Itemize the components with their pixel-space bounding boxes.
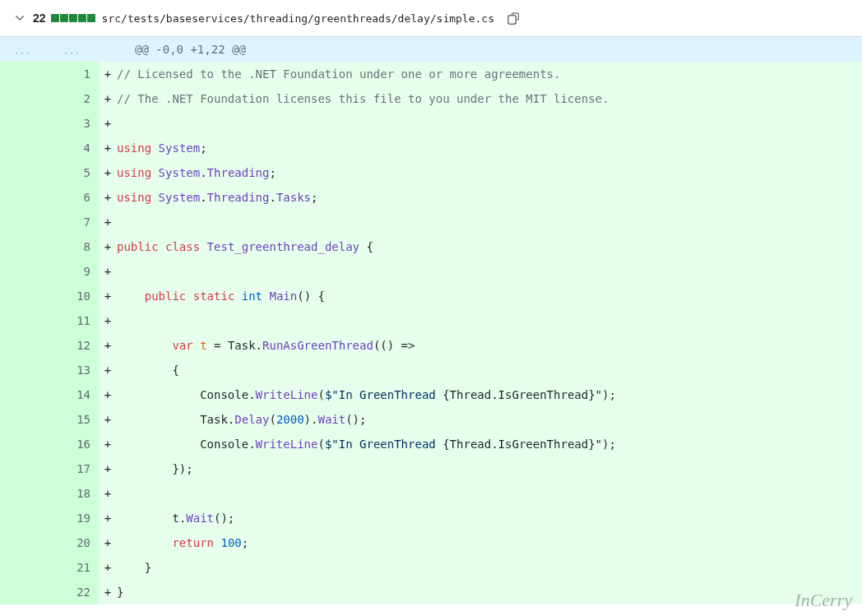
new-line-number[interactable]: 18 — [49, 481, 99, 506]
diff-line-count: 22 — [33, 12, 46, 25]
new-line-number[interactable]: 11 — [49, 308, 99, 333]
code-cell[interactable]: { — [117, 358, 862, 382]
new-line-number[interactable]: 14 — [49, 382, 99, 407]
addition-marker: + — [99, 456, 117, 481]
addition-marker: + — [99, 432, 117, 456]
addition-marker: + — [99, 185, 117, 210]
old-line-number[interactable] — [0, 234, 49, 259]
new-line-number[interactable]: 10 — [49, 284, 99, 308]
diffstat-add-block — [78, 14, 86, 22]
addition-marker: + — [99, 210, 117, 234]
addition-marker: + — [99, 86, 117, 111]
diff-line-added: 5+using System.Threading; — [0, 160, 862, 185]
code-cell[interactable]: using System; — [117, 136, 862, 160]
old-line-number[interactable] — [0, 506, 49, 530]
file-header: 22 src/tests/baseservices/threading/gree… — [0, 0, 862, 37]
old-line-number[interactable] — [0, 111, 49, 136]
old-line-number[interactable] — [0, 530, 49, 555]
code-cell[interactable]: // Licensed to the .NET Foundation under… — [117, 62, 862, 86]
diff-line-added: 21+ } — [0, 555, 862, 580]
new-line-number[interactable]: 7 — [49, 210, 99, 234]
old-line-number[interactable] — [0, 62, 49, 86]
addition-marker: + — [99, 555, 117, 580]
diff-line-added: 18+ — [0, 481, 862, 506]
code-cell[interactable]: }); — [117, 456, 862, 481]
new-line-number[interactable]: 17 — [49, 456, 99, 481]
old-line-number[interactable] — [0, 185, 49, 210]
addition-marker: + — [99, 580, 117, 604]
old-line-number[interactable] — [0, 432, 49, 456]
old-line-number[interactable] — [0, 259, 49, 284]
old-line-number[interactable] — [0, 580, 49, 604]
code-cell[interactable] — [117, 111, 862, 136]
code-cell[interactable]: Console.WriteLine($"In GreenThread {Thre… — [117, 382, 862, 407]
addition-marker: + — [99, 234, 117, 259]
code-cell[interactable]: } — [117, 555, 862, 580]
file-path[interactable]: src/tests/baseservices/threading/greenth… — [102, 12, 494, 25]
new-line-number[interactable]: 3 — [49, 111, 99, 136]
old-line-number[interactable] — [0, 555, 49, 580]
new-line-number[interactable]: 16 — [49, 432, 99, 456]
diff-line-added: 12+ var t = Task.RunAsGreenThread(() => — [0, 333, 862, 358]
addition-marker: + — [99, 407, 117, 432]
old-line-number[interactable] — [0, 136, 49, 160]
code-cell[interactable]: public class Test_greenthread_delay { — [117, 234, 862, 259]
new-line-number[interactable]: 1 — [49, 62, 99, 86]
diff-line-added: 15+ Task.Delay(2000).Wait(); — [0, 407, 862, 432]
new-line-number[interactable]: 4 — [49, 136, 99, 160]
code-cell[interactable]: return 100; — [117, 530, 862, 555]
hunk-marker — [99, 37, 117, 62]
code-cell[interactable] — [117, 259, 862, 284]
code-cell[interactable]: var t = Task.RunAsGreenThread(() => — [117, 333, 862, 358]
expand-icon[interactable]: ... — [0, 37, 49, 62]
new-line-number[interactable]: 12 — [49, 333, 99, 358]
old-line-number[interactable] — [0, 308, 49, 333]
expand-icon[interactable]: ... — [49, 37, 99, 62]
old-line-number[interactable] — [0, 86, 49, 111]
old-line-number[interactable] — [0, 407, 49, 432]
chevron-down-icon[interactable] — [13, 12, 26, 25]
old-line-number[interactable] — [0, 456, 49, 481]
hunk-header-row: ... ... @@ -0,0 +1,22 @@ — [0, 37, 862, 62]
new-line-number[interactable]: 6 — [49, 185, 99, 210]
diffstat-add-block — [60, 14, 68, 22]
code-cell[interactable] — [117, 481, 862, 506]
addition-marker: + — [99, 481, 117, 506]
old-line-number[interactable] — [0, 481, 49, 506]
addition-marker: + — [99, 530, 117, 555]
new-line-number[interactable]: 9 — [49, 259, 99, 284]
new-line-number[interactable]: 20 — [49, 530, 99, 555]
old-line-number[interactable] — [0, 358, 49, 382]
code-cell[interactable] — [117, 308, 862, 333]
old-line-number[interactable] — [0, 333, 49, 358]
addition-marker: + — [99, 358, 117, 382]
old-line-number[interactable] — [0, 160, 49, 185]
diffstat-blocks — [51, 14, 95, 22]
copy-path-button[interactable] — [503, 7, 526, 30]
code-cell[interactable]: public static int Main() { — [117, 284, 862, 308]
new-line-number[interactable]: 13 — [49, 358, 99, 382]
old-line-number[interactable] — [0, 284, 49, 308]
diffstat-add-block — [69, 14, 77, 22]
code-cell[interactable]: using System.Threading.Tasks; — [117, 185, 862, 210]
new-line-number[interactable]: 21 — [49, 555, 99, 580]
code-cell[interactable]: t.Wait(); — [117, 506, 862, 530]
new-line-number[interactable]: 2 — [49, 86, 99, 111]
code-cell[interactable]: using System.Threading; — [117, 160, 862, 185]
diff-line-added: 3+ — [0, 111, 862, 136]
new-line-number[interactable]: 22 — [49, 580, 99, 604]
new-line-number[interactable]: 15 — [49, 407, 99, 432]
new-line-number[interactable]: 8 — [49, 234, 99, 259]
new-line-number[interactable]: 19 — [49, 506, 99, 530]
code-cell[interactable]: } — [117, 580, 862, 604]
code-cell[interactable]: Task.Delay(2000).Wait(); — [117, 407, 862, 432]
diff-line-added: 19+ t.Wait(); — [0, 506, 862, 530]
old-line-number[interactable] — [0, 210, 49, 234]
code-cell[interactable]: Console.WriteLine($"In GreenThread {Thre… — [117, 432, 862, 456]
diff-line-added: 1+// Licensed to the .NET Foundation und… — [0, 62, 862, 86]
code-cell[interactable] — [117, 210, 862, 234]
old-line-number[interactable] — [0, 382, 49, 407]
new-line-number[interactable]: 5 — [49, 160, 99, 185]
code-cell[interactable]: // The .NET Foundation licenses this fil… — [117, 86, 862, 111]
diff-line-added: 2+// The .NET Foundation licenses this f… — [0, 86, 862, 111]
